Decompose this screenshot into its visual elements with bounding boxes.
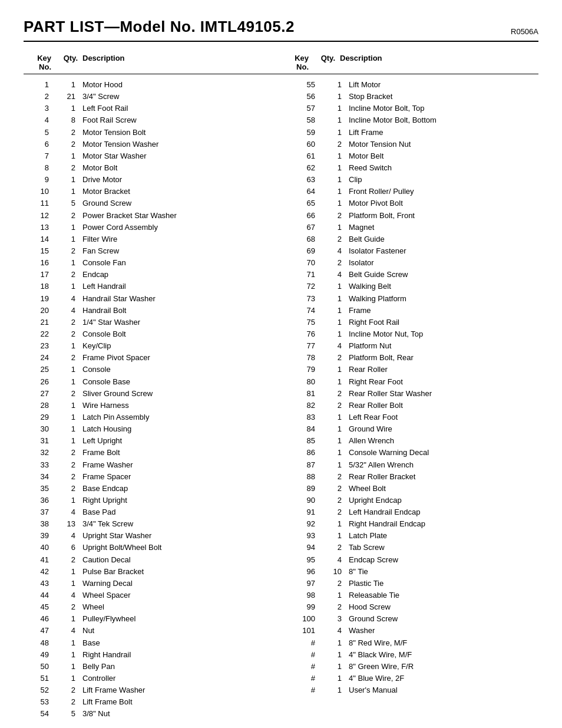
table-row: 81 2 Rear Roller Star Washer: [290, 388, 538, 400]
part-qty: 1: [322, 589, 349, 601]
part-key: 92: [290, 518, 322, 530]
part-qty: 1: [322, 293, 349, 305]
table-row: 80 1 Right Rear Foot: [290, 376, 538, 388]
table-row: 13 1 Power Cord Assembly: [24, 222, 272, 233]
part-desc: Rear Roller: [349, 364, 538, 375]
part-key: 96: [290, 566, 322, 578]
part-key: 68: [290, 233, 322, 245]
table-row: 55 1 Lift Motor: [290, 79, 538, 91]
table-row: 60 2 Motor Tension Nut: [290, 139, 538, 150]
part-desc: 3/4" Screw: [82, 91, 272, 103]
part-qty: 1: [56, 566, 82, 578]
part-desc: 4" Black Wire, M/F: [349, 649, 538, 661]
part-qty: 1: [322, 435, 349, 447]
table-row: 43 1 Warning Decal: [24, 578, 272, 589]
part-desc: Stop Bracket: [349, 91, 538, 103]
table-row: 88 2 Rear Roller Bracket: [290, 471, 538, 483]
part-key: 93: [290, 530, 322, 542]
part-desc: Rear Roller Bracket: [349, 471, 538, 483]
part-key: 71: [290, 269, 322, 281]
part-qty: 2: [322, 506, 349, 518]
table-row: 57 1 Incline Motor Bolt, Top: [290, 103, 538, 114]
part-qty: 1: [322, 222, 349, 233]
table-row: 41 2 Caution Decal: [24, 554, 272, 566]
table-row: # 1 8" Red Wire, M/F: [290, 637, 538, 649]
part-desc: Upright Endcap: [349, 495, 538, 506]
col-keyno-right: Key No.: [281, 54, 313, 71]
part-qty: 1: [56, 376, 82, 388]
part-desc: Wheel Spacer: [82, 589, 272, 601]
table-row: 74 1 Frame: [290, 305, 538, 317]
part-desc: Motor Pivot Bolt: [349, 197, 538, 209]
table-row: 70 2 Isolator: [290, 257, 538, 269]
part-qty: 8: [56, 114, 82, 126]
table-row: 73 1 Walking Platform: [290, 293, 538, 305]
part-key: 69: [290, 245, 322, 257]
part-qty: 1: [56, 257, 82, 269]
part-qty: 2: [56, 269, 82, 281]
part-qty: 2: [56, 696, 82, 708]
col-qty-left: Qty.: [56, 54, 82, 71]
part-key: 18: [24, 281, 56, 292]
part-desc: Rear Roller Star Washer: [349, 388, 538, 400]
part-key: 19: [24, 293, 56, 305]
part-desc: Handrail Bolt: [82, 305, 272, 317]
table-row: 91 2 Left Handrail Endcap: [290, 506, 538, 518]
table-row: 22 2 Console Bolt: [24, 328, 272, 340]
table-row: 35 2 Base Endcap: [24, 483, 272, 495]
part-key: 65: [290, 197, 322, 209]
parts-left-column: 1 1 Motor Hood 2 21 3/4" Screw 3 1 Left …: [24, 79, 272, 720]
part-qty: 1: [56, 186, 82, 197]
part-key: 9: [24, 174, 56, 186]
part-desc: Isolator: [349, 257, 538, 269]
part-key: 36: [24, 495, 56, 506]
part-qty: 13: [56, 518, 82, 530]
part-desc: Incline Motor Nut, Top: [349, 328, 538, 340]
part-desc: Wire Harness: [82, 400, 272, 411]
table-row: 86 1 Console Warning Decal: [290, 447, 538, 459]
table-row: 77 4 Platform Nut: [290, 340, 538, 352]
part-key: 63: [290, 174, 322, 186]
part-key: 95: [290, 554, 322, 566]
part-key: 25: [24, 364, 56, 375]
table-row: 92 1 Right Handrail Endcap: [290, 518, 538, 530]
part-key: 6: [24, 139, 56, 150]
part-desc: Filter Wire: [82, 233, 272, 245]
part-key: 78: [290, 352, 322, 364]
table-row: 36 1 Right Upright: [24, 495, 272, 506]
part-desc: Wheel Bolt: [349, 483, 538, 495]
table-row: 23 1 Key/Clip: [24, 340, 272, 352]
part-key: 26: [24, 376, 56, 388]
part-key: 74: [290, 305, 322, 317]
part-desc: Warning Decal: [82, 578, 272, 589]
part-key: 99: [290, 601, 322, 613]
part-desc: Console Fan: [82, 257, 272, 269]
part-desc: Power Bracket Star Washer: [82, 210, 272, 222]
table-row: 46 1 Pulley/Flywheel: [24, 613, 272, 625]
part-qty: 4: [56, 625, 82, 637]
part-key: 55: [290, 79, 322, 91]
part-key: 60: [290, 139, 322, 150]
part-qty: 1: [322, 317, 349, 328]
part-desc: Frame Pivot Spacer: [82, 352, 272, 364]
part-desc: Lift Frame: [349, 127, 538, 139]
table-row: 7 1 Motor Star Washer: [24, 150, 272, 162]
table-row: 95 4 Endcap Screw: [290, 554, 538, 566]
part-desc: Right Foot Rail: [349, 317, 538, 328]
part-key: 35: [24, 483, 56, 495]
part-key: 52: [24, 684, 56, 696]
part-key: 75: [290, 317, 322, 328]
part-qty: 4: [322, 269, 349, 281]
table-row: 44 4 Wheel Spacer: [24, 589, 272, 601]
part-key: 16: [24, 257, 56, 269]
part-qty: 2: [322, 139, 349, 150]
part-qty: 2: [322, 495, 349, 506]
part-key: 21: [24, 317, 56, 328]
table-row: 63 1 Clip: [290, 174, 538, 186]
part-desc: Tab Screw: [349, 542, 538, 554]
part-key: 58: [290, 114, 322, 126]
part-key: 39: [24, 530, 56, 542]
part-qty: 1: [322, 376, 349, 388]
part-key: 54: [24, 708, 56, 720]
table-row: 82 2 Rear Roller Bolt: [290, 400, 538, 411]
